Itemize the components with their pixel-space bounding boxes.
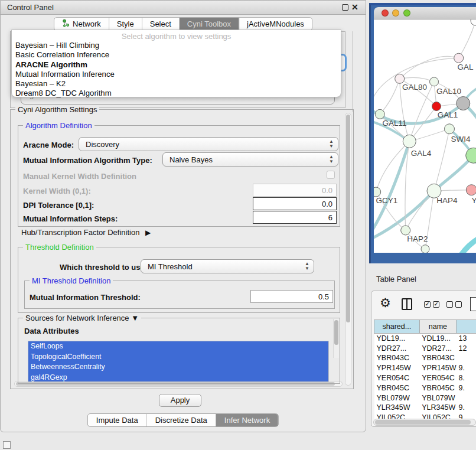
float-panel-icon[interactable] [342,4,348,11]
network-tab-icon [62,19,70,29]
gear-icon[interactable]: ⚙ [380,296,391,310]
algorithm-option[interactable]: ARACNE Algorithm [12,60,341,70]
network-node-hap2[interactable] [401,226,410,235]
network-view-window[interactable]: GALGAL80GAL10GAL11GAL1GAL4SWI4GCY1HAP4YH… [369,3,476,263]
network-edge[interactable] [376,141,410,192]
algorithm-option[interactable]: Basic Correlation Inference [12,50,341,60]
control-panel-title: Control Panel [7,3,54,12]
minimize-traffic-light-icon[interactable] [392,9,399,17]
network-edge[interactable] [400,77,434,81]
kernel-width-field[interactable]: 0.0 [253,184,337,197]
network-graph[interactable]: GALGAL80GAL10GAL11GAL1GAL4SWI4GCY1HAP4YH… [374,19,476,253]
network-node-gal11[interactable] [375,109,384,119]
tab-select[interactable]: Select [142,18,180,30]
table-row[interactable]: YBR045CYBR045C9. [374,383,476,393]
tab-jactivemnodules[interactable]: jActiveMNodules [239,18,312,30]
network-canvas[interactable]: GALGAL80GAL10GAL11GAL1GAL4SWI4GCY1HAP4YH… [374,19,476,253]
network-node-y[interactable] [466,185,476,195]
network-edge[interactable] [374,58,459,105]
table-cell: 9. [457,363,476,373]
network-node[interactable] [432,102,441,111]
network-node-gal[interactable] [454,53,464,63]
zoom-traffic-light-icon[interactable] [403,9,410,17]
attribute-list-item[interactable]: TopologicalCoefficient [28,352,328,363]
list-vertical-scrollbar[interactable] [333,319,339,358]
algorithm-definition-title: Algorithm Definition [23,121,94,130]
tab-discretize-data[interactable]: Discretize Data [147,414,216,426]
algorithm-option[interactable]: Bayesian – Hill Climbing [12,41,341,50]
control-panel-titlebar[interactable]: Control Panel ✕ [1,1,366,15]
scrollbar-thumb[interactable] [375,420,471,425]
checked-checkbox-icon[interactable]: ✓ [433,301,439,308]
close-traffic-light-icon[interactable] [382,9,389,17]
tab-style[interactable]: Style [109,18,142,30]
network-node[interactable] [471,19,476,25]
table-row[interactable]: YLR345WYLR345W9. [374,403,476,413]
attribute-list-item[interactable]: SelfLoops [28,341,328,352]
mi-steps-label: Mutual Information Steps: [23,214,118,223]
aracne-mode-combo[interactable]: Discovery ▲▼ [79,137,338,151]
dpi-tolerance-field[interactable]: 0.0 [253,197,337,210]
scrollbar-thumb[interactable] [346,115,350,322]
network-edge[interactable] [400,56,459,79]
table-row[interactable]: YBR043CYBR043C [374,353,476,363]
scrollbar-thumb[interactable] [334,320,338,345]
close-panel-icon[interactable]: ✕ [351,4,358,11]
table-horizontal-scrollbar[interactable] [373,419,476,426]
tab-label: Network [73,19,101,28]
mi-steps-field[interactable]: 6 [253,211,337,224]
table-cell: YPR145W [419,363,456,373]
table-toolbar: ⚙ ✓ ✓ [371,291,476,318]
table-row[interactable]: YBL079WYBL079W [374,393,476,403]
columns-icon[interactable] [402,298,412,310]
tab-network[interactable]: Network [54,18,109,30]
column-header-name[interactable]: name [419,320,456,334]
apply-button[interactable]: Apply [159,394,201,407]
tab-impute-data[interactable]: Impute Data [88,414,147,426]
network-node-gcy1[interactable] [374,187,381,197]
table-row[interactable]: YPR145WYPR145W9. [374,363,476,373]
attribute-list-item[interactable]: BetweennessCentrality [28,362,328,373]
manual-kernel-checkbox[interactable] [327,171,335,179]
network-node[interactable] [457,97,470,110]
network-node-gal10[interactable] [430,77,439,86]
mi-type-combo[interactable]: Naive Bayes ▲▼ [162,152,338,167]
chevron-down-icon[interactable]: ▼ [131,314,139,322]
mi-threshold-definition-group: MI Threshold Definition Mutual Informati… [24,281,335,309]
node-table[interactable]: shared...name YDL19...YDL19...13YDR27...… [374,319,476,423]
document-icon[interactable] [470,297,476,311]
node-label: GAL11 [382,119,406,128]
network-edge[interactable] [380,79,399,114]
table-row[interactable]: YDL19...YDL19...13 [374,334,476,344]
algorithm-option[interactable]: Dream8 DC_TDC Algorithm [12,89,341,98]
table-row[interactable]: YDR27...YDR27...12 [374,343,476,353]
checked-checkbox-icon[interactable]: ✓ [424,301,431,308]
mi-threshold-definition-title: MI Threshold Definition [30,276,113,285]
network-node[interactable] [421,245,429,253]
network-edge[interactable] [459,22,475,58]
algorithm-option[interactable]: Mutual Information Inference [12,70,341,79]
node-label: SWI4 [451,135,470,144]
tab-infer-network[interactable]: Infer Network [216,414,278,426]
algorithm-option[interactable]: Bayesian – K2 [12,79,341,89]
tab-cyni-toolbox[interactable]: Cyni Toolbox [180,18,239,30]
mi-threshold-field[interactable]: 0.5 [250,290,333,303]
network-node-gal80[interactable] [395,74,405,83]
unchecked-checkbox-icon[interactable] [446,301,453,308]
column-header[interactable] [457,320,476,334]
network-window-titlebar[interactable] [374,7,476,19]
screen: Control Panel ✕ NetworkStyleSelectCyni T… [0,0,476,450]
attribute-list-item[interactable]: gal4RGexp [28,373,328,383]
column-header-shared[interactable]: shared... [374,320,420,334]
network-node-gal4[interactable] [403,135,416,148]
settings-vertical-scrollbar[interactable] [345,113,351,386]
table-cell: 13 [457,334,476,344]
data-attributes-list[interactable]: SelfLoopsTopologicalCoefficientBetweenne… [28,341,329,382]
network-edge[interactable] [461,237,476,253]
collapsed-panel-icon[interactable] [3,441,11,449]
network-node-gal1[interactable] [445,124,455,134]
unchecked-checkbox-icon[interactable] [455,301,462,308]
which-threshold-combo[interactable]: MI Threshold ▲▼ [141,259,314,273]
table-row[interactable]: YER054CYER054C8. [374,373,476,383]
hub-tf-definition-toggle[interactable]: Hub/Transcription Factor Definition ▶ [21,228,151,237]
